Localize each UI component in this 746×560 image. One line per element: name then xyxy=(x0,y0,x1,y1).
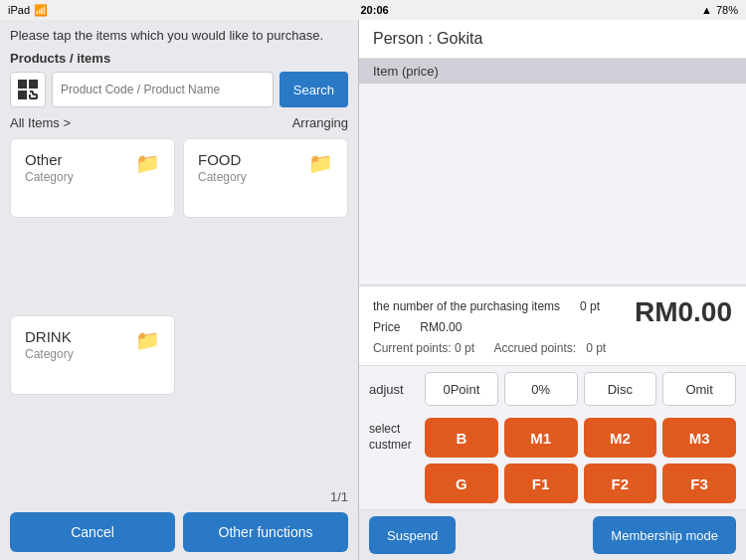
instruction-text: Please tap the items which you would lik… xyxy=(10,28,348,43)
category-grid: Other Category 📁 FOOD Category 📁 DRINK C… xyxy=(10,138,348,483)
left-bottom-buttons: Cancel Other functions xyxy=(10,512,348,552)
left-panel: Please tap the items which you would lik… xyxy=(0,20,358,560)
customer-f3-button[interactable]: F3 xyxy=(662,464,736,503)
customer-row-1: select custmer B M1 M2 M3 xyxy=(369,418,736,458)
accrued-points-label: Accrued points: xyxy=(493,341,576,355)
right-bottom-buttons: Suspend Membership mode xyxy=(359,509,746,560)
adjust-0point-button[interactable]: 0Point xyxy=(425,372,498,406)
purchasing-items-label: the number of the purchasing items xyxy=(373,296,560,318)
customer-f2-button[interactable]: F2 xyxy=(584,464,657,503)
category-drink-content: DRINK Category xyxy=(25,328,74,361)
search-button[interactable]: Search xyxy=(280,72,348,107)
status-bar: iPad 📶 20:06 ▲ 78% xyxy=(0,0,746,20)
select-customer-label: select custmer xyxy=(369,422,419,453)
customer-row-2: G F1 F2 F3 xyxy=(425,464,736,503)
adjust-row: adjust 0Point 0% Disc Omit xyxy=(359,365,746,412)
category-food-name: FOOD xyxy=(198,151,247,168)
main-container: Please tap the items which you would lik… xyxy=(0,20,746,560)
adjust-label: adjust xyxy=(369,382,419,397)
customer-m3-button[interactable]: M3 xyxy=(662,418,736,458)
status-left: iPad 📶 xyxy=(8,4,48,17)
summary-details: the number of the purchasing items 0 pt … xyxy=(373,296,600,339)
category-other[interactable]: Other Category 📁 xyxy=(10,138,175,218)
folder-icon-drink: 📁 xyxy=(135,328,160,352)
summary-section: the number of the purchasing items 0 pt … xyxy=(359,285,746,365)
category-food-label: Category xyxy=(198,170,247,184)
accrued-points-value: 0 pt xyxy=(586,341,606,355)
category-food-content: FOOD Category xyxy=(198,151,247,184)
signal-icon: ▲ xyxy=(701,4,712,16)
category-food[interactable]: FOOD Category 📁 xyxy=(183,138,348,218)
qr-icon xyxy=(16,78,40,101)
other-functions-button[interactable]: Other functions xyxy=(183,512,348,552)
cancel-button[interactable]: Cancel xyxy=(10,512,175,552)
status-right: ▲ 78% xyxy=(701,4,738,16)
category-other-label: Category xyxy=(25,170,74,184)
adjust-0percent-button[interactable]: 0% xyxy=(504,372,578,406)
current-points-label: Current points: 0 pt xyxy=(373,341,474,355)
folder-icon-food: 📁 xyxy=(308,151,333,175)
total-amount: RM0.00 xyxy=(635,296,732,328)
svg-rect-4 xyxy=(32,83,35,86)
adjust-omit-button[interactable]: Omit xyxy=(662,372,736,406)
membership-mode-button[interactable]: Membership mode xyxy=(593,516,736,554)
products-section-title: Products / items xyxy=(10,51,348,66)
breadcrumb[interactable]: All Items > xyxy=(10,115,71,130)
item-price-header: Item (price) xyxy=(359,59,746,84)
customer-m2-button[interactable]: M2 xyxy=(584,418,657,458)
select-customer-section: select custmer B M1 M2 M3 G F1 F2 F3 xyxy=(359,412,746,509)
status-time: 20:06 xyxy=(360,4,388,16)
points-row: Current points: 0 pt Accrued points: 0 p… xyxy=(373,341,732,355)
purchasing-items-row: the number of the purchasing items 0 pt xyxy=(373,296,600,318)
adjust-disc-button[interactable]: Disc xyxy=(584,372,657,406)
category-other-name: Other xyxy=(25,151,74,168)
person-header: Person : Gokita xyxy=(359,20,746,59)
purchasing-items-value: 0 pt xyxy=(580,296,600,318)
price-value: RM0.00 xyxy=(420,317,462,339)
customer-f1-button[interactable]: F1 xyxy=(504,464,578,503)
summary-top: the number of the purchasing items 0 pt … xyxy=(373,296,732,339)
qr-scan-button[interactable] xyxy=(10,72,46,107)
suspend-button[interactable]: Suspend xyxy=(369,516,456,554)
price-row: Price RM0.00 xyxy=(373,317,600,339)
svg-rect-5 xyxy=(21,93,24,96)
customer-b-button[interactable]: B xyxy=(425,418,498,458)
pagination: 1/1 xyxy=(10,489,348,504)
battery-level: 78% xyxy=(716,4,738,16)
search-row: Search xyxy=(10,72,348,107)
svg-rect-3 xyxy=(21,83,24,86)
breadcrumb-row: All Items > Arranging xyxy=(10,115,348,130)
folder-icon-other: 📁 xyxy=(135,151,160,175)
category-drink[interactable]: DRINK Category 📁 xyxy=(10,315,175,395)
ipad-label: iPad xyxy=(8,4,30,16)
customer-m1-button[interactable]: M1 xyxy=(504,418,578,458)
category-drink-label: Category xyxy=(25,347,74,361)
category-other-content: Other Category xyxy=(25,151,74,184)
arranging-button[interactable]: Arranging xyxy=(292,115,348,130)
right-panel: Person : Gokita Item (price) the number … xyxy=(359,20,746,560)
order-area xyxy=(359,84,746,285)
customer-g-button[interactable]: G xyxy=(425,464,498,503)
search-input[interactable] xyxy=(52,72,274,107)
wifi-icon: 📶 xyxy=(34,4,48,17)
category-drink-name: DRINK xyxy=(25,328,74,345)
price-label: Price xyxy=(373,317,400,339)
